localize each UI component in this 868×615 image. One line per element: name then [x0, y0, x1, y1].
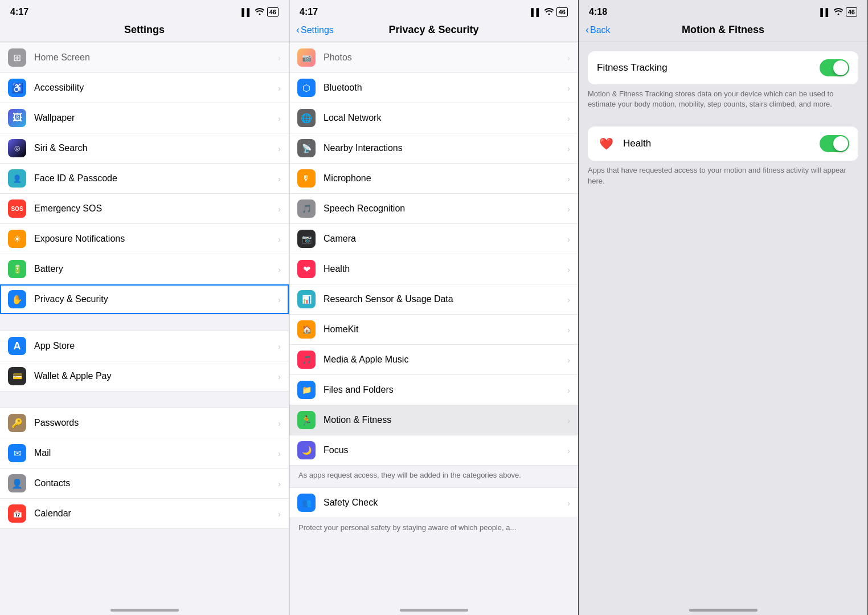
fitness-tracking-row[interactable]: Fitness Tracking	[588, 51, 858, 84]
chevron-health: ›	[567, 264, 570, 274]
list-item-calendar[interactable]: 📅 Calendar ›	[0, 499, 289, 529]
microphone-label: Microphone	[324, 173, 565, 184]
list-item-safety[interactable]: 👥 Safety Check ›	[289, 487, 578, 518]
nav-bar-1: Settings	[0, 21, 289, 42]
chevron-microphone: ›	[567, 174, 570, 184]
home-indicator-2	[289, 599, 578, 615]
list-item-battery[interactable]: 🔋 Battery ›	[0, 254, 289, 284]
chevron-research: ›	[567, 295, 570, 304]
privacy-list[interactable]: 📷 Photos › ⬡ Bluetooth › 🌐 Local Network…	[289, 42, 578, 599]
list-item-wallet[interactable]: 💳 Wallet & Apple Pay ›	[0, 361, 289, 392]
list-item-photos[interactable]: 📷 Photos ›	[289, 42, 578, 73]
back-button-2[interactable]: ‹ Settings	[296, 24, 334, 36]
list-item-local-network[interactable]: 🌐 Local Network ›	[289, 103, 578, 133]
speech-icon: 🎵	[297, 199, 316, 218]
list-item-emergency[interactable]: SOS Emergency SOS ›	[0, 194, 289, 224]
list-item-wallpaper[interactable]: 🖼 Wallpaper ›	[0, 103, 289, 133]
section-apps: 🔑 Passwords › ✉ Mail › 👤 Contacts › 📅 Ca…	[0, 408, 289, 529]
files-icon: 📁	[297, 381, 316, 399]
chevron-media: ›	[567, 355, 570, 365]
list-item-app-store[interactable]: A App Store ›	[0, 331, 289, 361]
camera-icon: 📷	[297, 230, 316, 248]
photos-icon: 📷	[297, 48, 316, 67]
chevron-wallet: ›	[278, 372, 281, 381]
list-item-face-id[interactable]: 👤 Face ID & Passcode ›	[0, 164, 289, 194]
health-row[interactable]: ❤️ Health	[588, 127, 858, 161]
back-label-3: Back	[590, 25, 611, 35]
chevron-battery: ›	[278, 264, 281, 274]
chevron-privacy: ›	[278, 295, 281, 304]
settings-panel: 4:17 ▌▌ 46 Settings ⊞ Home Screen › ♿ Ac…	[0, 0, 289, 615]
chevron-safety: ›	[567, 498, 570, 508]
wallpaper-icon: 🖼	[8, 109, 26, 127]
wifi-icon-3	[834, 7, 843, 17]
exposure-label: Exposure Notifications	[34, 234, 276, 244]
status-bar-2: 4:17 ▌▌ 46	[289, 0, 578, 21]
status-icons-1: ▌▌ 46	[241, 7, 279, 17]
list-item-camera[interactable]: 📷 Camera ›	[289, 224, 578, 254]
research-label: Research Sensor & Usage Data	[324, 294, 565, 304]
chevron-camera: ›	[567, 234, 570, 244]
homekit-icon: 🏠	[297, 320, 316, 339]
face-id-icon: 👤	[8, 169, 26, 188]
list-item-mail[interactable]: ✉ Mail ›	[0, 438, 289, 469]
list-item-focus[interactable]: 🌙 Focus ›	[289, 435, 578, 466]
list-item-files[interactable]: 📁 Files and Folders ›	[289, 375, 578, 405]
time-1: 4:17	[10, 7, 28, 17]
emergency-icon: SOS	[8, 199, 26, 218]
face-id-label: Face ID & Passcode	[34, 173, 276, 184]
motion-icon: 🏃	[297, 411, 316, 429]
safety-section: 👥 Safety Check ›	[289, 487, 578, 518]
list-item-research[interactable]: 📊 Research Sensor & Usage Data ›	[289, 284, 578, 315]
contacts-icon: 👤	[8, 474, 26, 492]
chevron-home-screen: ›	[278, 53, 281, 63]
list-item-siri[interactable]: ◎ Siri & Search ›	[0, 133, 289, 164]
page-title-1: Settings	[124, 24, 165, 36]
section-note-privacy: As apps request access, they will be add…	[289, 466, 578, 487]
list-item-accessibility[interactable]: ♿ Accessibility ›	[0, 73, 289, 103]
fitness-tracking-toggle[interactable]	[820, 59, 849, 76]
list-item-nearby[interactable]: 📡 Nearby Interactions ›	[289, 133, 578, 164]
health-toggle[interactable]	[820, 135, 849, 152]
status-bar-3: 4:18 ▌▌ 46	[579, 0, 867, 21]
list-item-microphone[interactable]: 🎙 Microphone ›	[289, 164, 578, 194]
chevron-accessibility: ›	[278, 83, 281, 93]
contacts-label: Contacts	[34, 478, 276, 488]
list-item-contacts[interactable]: 👤 Contacts ›	[0, 469, 289, 499]
battery-label: Battery	[34, 264, 276, 274]
nav-bar-2: ‹ Settings Privacy & Security	[289, 21, 578, 42]
chevron-nearby: ›	[567, 144, 570, 153]
list-item-speech[interactable]: 🎵 Speech Recognition ›	[289, 194, 578, 224]
list-item-privacy[interactable]: ✋ Privacy & Security ›	[0, 284, 289, 315]
health-card: ❤️ Health	[588, 127, 858, 161]
files-label: Files and Folders	[324, 385, 565, 395]
list-item-homekit[interactable]: 🏠 HomeKit ›	[289, 315, 578, 345]
list-item-passwords[interactable]: 🔑 Passwords ›	[0, 408, 289, 438]
home-indicator-3	[579, 599, 867, 615]
bluetooth-icon: ⬡	[297, 79, 316, 97]
battery-icon: 🔋	[8, 260, 26, 278]
health-heart-icon: ❤️	[597, 135, 615, 153]
battery-icon-1: 46	[267, 7, 279, 17]
settings-list-1[interactable]: ⊞ Home Screen › ♿ Accessibility › 🖼 Wall…	[0, 42, 289, 599]
list-item-exposure[interactable]: ☀ Exposure Notifications ›	[0, 224, 289, 254]
chevron-mail: ›	[278, 449, 281, 458]
list-item-home-screen[interactable]: ⊞ Home Screen ›	[0, 42, 289, 73]
bluetooth-label: Bluetooth	[324, 83, 565, 93]
time-2: 4:17	[300, 7, 318, 17]
list-item-bluetooth[interactable]: ⬡ Bluetooth ›	[289, 73, 578, 103]
list-item-motion[interactable]: 🏃 Motion & Fitness ›	[289, 405, 578, 435]
app-store-icon: A	[8, 337, 26, 355]
list-item-media[interactable]: 🎵 Media & Apple Music ›	[289, 345, 578, 375]
focus-label: Focus	[324, 445, 565, 455]
chevron-speech: ›	[567, 204, 570, 214]
health-privacy-icon: ❤	[297, 260, 316, 278]
privacy-icon: ✋	[8, 290, 26, 308]
status-bar-1: 4:17 ▌▌ 46	[0, 0, 289, 21]
motion-list: Fitness Tracking Motion & Fitness Tracki…	[579, 42, 867, 599]
fitness-tracking-note: Motion & Fitness Tracking stores data on…	[579, 84, 867, 117]
chevron-face-id: ›	[278, 174, 281, 184]
chevron-wallpaper: ›	[278, 113, 281, 123]
list-item-health-privacy[interactable]: ❤ Health ›	[289, 254, 578, 284]
back-button-3[interactable]: ‹ Back	[586, 24, 611, 36]
